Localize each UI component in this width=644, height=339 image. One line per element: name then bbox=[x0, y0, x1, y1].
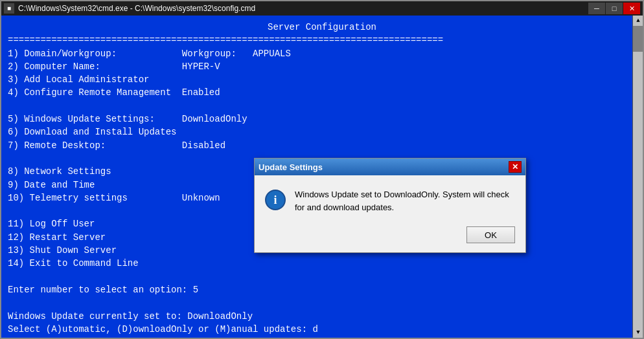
menu-item-5: 5) Windows Update Settings: DownloadOnly bbox=[8, 113, 636, 126]
close-button[interactable]: ✕ bbox=[623, 3, 640, 14]
window-controls: ─ □ ✕ bbox=[588, 3, 640, 14]
console-header: Server Configuration bbox=[8, 21, 636, 34]
blank-1 bbox=[8, 100, 636, 113]
dialog-body: i Windows Update set to DownloadOnly. Sy… bbox=[255, 175, 525, 223]
select-prompt-line: Select (A)utomatic, (D)ownloadOnly or (M… bbox=[8, 323, 636, 336]
cmd-window: ■ C:\Windows\System32\cmd.exe - C:\Windo… bbox=[0, 0, 644, 339]
blank-6 bbox=[8, 336, 636, 338]
window-title: C:\Windows\System32\cmd.exe - C:\Windows… bbox=[18, 4, 255, 13]
title-bar: ■ C:\Windows\System32\cmd.exe - C:\Windo… bbox=[1, 1, 643, 16]
menu-item-1: 1) Domain/Workgroup: Workgroup: APPUALS bbox=[8, 47, 636, 60]
dialog-footer: OK bbox=[255, 223, 525, 252]
window-icon: ■ bbox=[4, 3, 14, 14]
menu-item-6: 6) Download and Install Updates bbox=[8, 126, 636, 138]
blank-4 bbox=[8, 270, 636, 283]
prompt-line: Enter number to select an option: 5 bbox=[8, 283, 636, 296]
dialog-ok-button[interactable]: OK bbox=[466, 226, 515, 243]
scrollbar-track[interactable] bbox=[633, 26, 643, 327]
blank-5 bbox=[8, 296, 636, 309]
update-settings-dialog: Update Settings ✕ i Windows Update set t… bbox=[254, 158, 526, 253]
scrollbar[interactable]: ▲ ▼ bbox=[632, 16, 643, 338]
menu-item-7: 7) Remote Desktop: Disabled bbox=[8, 139, 636, 152]
title-bar-left: ■ C:\Windows\System32\cmd.exe - C:\Windo… bbox=[4, 3, 255, 14]
menu-item-2: 2) Computer Name: HYPER-V bbox=[8, 60, 636, 73]
menu-item-3: 3) Add Local Administrator bbox=[8, 73, 636, 86]
dialog-title: Update Settings bbox=[259, 162, 323, 172]
update-status-line: Windows Update currently set to: Downloa… bbox=[8, 310, 636, 323]
console-divider: ========================================… bbox=[8, 34, 636, 47]
scroll-up-arrow[interactable]: ▲ bbox=[633, 16, 643, 26]
maximize-button[interactable]: □ bbox=[606, 3, 623, 14]
dialog-message: Windows Update set to DownloadOnly. Syst… bbox=[295, 188, 515, 213]
console-area: Server Configuration ===================… bbox=[1, 16, 643, 338]
minimize-button[interactable]: ─ bbox=[588, 3, 605, 14]
dialog-info-icon: i bbox=[265, 190, 286, 210]
scroll-down-arrow[interactable]: ▼ bbox=[633, 327, 643, 338]
dialog-close-button[interactable]: ✕ bbox=[509, 161, 522, 173]
menu-item-4: 4) Configure Remote Management Enabled bbox=[8, 86, 636, 99]
scrollbar-thumb[interactable] bbox=[633, 26, 643, 52]
menu-item-14: 14) Exit to Command Line bbox=[8, 257, 636, 270]
dialog-title-bar: Update Settings ✕ bbox=[255, 159, 525, 175]
